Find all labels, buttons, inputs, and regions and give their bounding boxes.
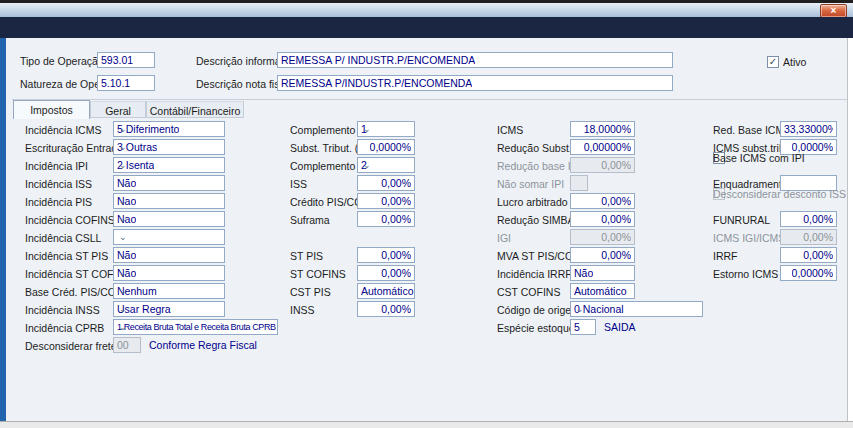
inss-input[interactable]: 0,00% <box>357 301 415 317</box>
icms-label: ICMS <box>497 123 523 137</box>
red-base-icms-input[interactable]: 33,33000% <box>780 121 837 137</box>
irrf-input[interactable]: 0,00% <box>780 247 837 263</box>
lucro-arbitrado-input[interactable]: 0,00% <box>570 193 635 209</box>
incidencia-st-pis-select[interactable]: Não⌄ <box>113 247 225 263</box>
chevron-down-icon: ⌄ <box>119 269 127 278</box>
natureza-operacao-input[interactable]: 5.10.1 <box>97 75 155 91</box>
funrural-label: FUNRURAL <box>713 213 770 227</box>
incidencia-icms-label: Incidência ICMS <box>25 123 101 137</box>
tab-impostos[interactable]: Impostos <box>13 100 90 119</box>
chevron-down-icon: ⌄ <box>363 161 371 170</box>
st-cofins-label: ST COFINS <box>290 267 346 281</box>
incidencia-st-cofins-select[interactable]: Não⌄ <box>113 265 225 281</box>
tab-geral[interactable]: Geral <box>90 101 146 118</box>
chevron-down-icon: ⌄ <box>119 179 127 188</box>
field-value: 0,00% <box>601 195 631 207</box>
left-accent-strip <box>0 38 6 421</box>
descricao-informativa-input[interactable]: REMESSA P/ INDUSTR.P/ENCOMENDA <box>277 52 673 68</box>
incidencia-inss-label: Incidência INSS <box>25 303 100 317</box>
chevron-down-icon: ⌄ <box>576 287 584 296</box>
codigo-de-origem-select[interactable]: 0 Nacional⌄ <box>570 301 703 317</box>
desconsiderar-frete-suffix-text: Conforme Regra Fiscal <box>149 339 257 351</box>
nao-somar-ipi-label: Não somar IPI <box>497 177 564 191</box>
desconsiderar-frete-label: Desconsiderar frete <box>25 339 117 353</box>
chevron-down-icon: ⌄ <box>576 269 584 278</box>
suframa-input[interactable]: 0,00% <box>357 211 415 227</box>
irrf-label: IRRF <box>713 249 738 263</box>
desconsiderar-desconto-iss-label: Desconsiderar desconto ISS <box>713 187 846 201</box>
field-value: 0,00% <box>601 231 631 243</box>
incidencia-irrf-select[interactable]: Não⌄ <box>570 265 635 281</box>
incidencia-cofins-select[interactable]: Nao⌄ <box>113 211 225 227</box>
incidencia-pis-select[interactable]: Nao⌄ <box>113 193 225 209</box>
chevron-down-icon: ⌄ <box>119 233 127 242</box>
igi-label: IGI <box>497 231 511 245</box>
credito-pis-cofins-input[interactable]: 0,00% <box>357 193 415 209</box>
cst-pis-select[interactable]: Automático⌄ <box>357 283 415 299</box>
cst-cofins-select[interactable]: Automático⌄ <box>570 283 635 299</box>
especie-estoque-input[interactable]: 5 <box>570 319 596 335</box>
suframa-label: Suframa <box>290 213 330 227</box>
inss-label: INSS <box>290 303 315 317</box>
subst-tribut-mva-input[interactable]: 0,0000% <box>357 139 415 155</box>
tipo-operacao-label: Tipo de Operação <box>20 54 104 68</box>
st-pis-label: ST PIS <box>290 249 323 263</box>
field-value: 0,00% <box>601 249 631 261</box>
incidencia-cprb-select[interactable]: 1 Receita Bruta Total e Receita Bruta CP… <box>113 319 278 335</box>
field-value: 18,0000% <box>584 123 631 135</box>
desconsiderar-frete-input: 00 <box>113 337 141 353</box>
field-value: 00 <box>117 339 129 351</box>
base-cred-pis-cofins-select[interactable]: Nenhum⌄ <box>113 283 225 299</box>
descricao-nota-fiscal-input[interactable]: REMESSA P/INDUSTR.P/ENCOMENDA <box>277 75 673 91</box>
field-value: 0,00% <box>803 231 833 243</box>
base-icms-com-ipi-label: Base ICMS com IPI <box>713 151 805 165</box>
tab-divider <box>12 99 847 100</box>
incidencia-csll-label: Incidência CSLL <box>25 231 101 245</box>
field-value: 0,00% <box>803 213 833 225</box>
chevron-down-icon: ⌄ <box>119 161 127 170</box>
nao-somar-ipi-box <box>570 175 588 191</box>
st-cofins-input[interactable]: 0,00% <box>357 265 415 281</box>
complemento-label: Complemento <box>290 159 355 173</box>
chevron-down-icon: ⌄ <box>119 323 126 332</box>
incidencia-icms-select[interactable]: 5 Diferimento⌄ <box>113 121 225 137</box>
tab-contabil-financeiro[interactable]: Contábil/Financeiro <box>146 101 244 118</box>
incidencia-ipi-label: Incidência IPI <box>25 159 88 173</box>
incidencia-st-pis-label: Incidência ST PIS <box>25 249 108 263</box>
chevron-down-icon: ⌄ <box>119 287 127 296</box>
field-value: 0,00% <box>381 267 411 279</box>
complemento-select[interactable]: 1⌄ <box>357 121 415 137</box>
iss-input[interactable]: 0,00% <box>357 175 415 191</box>
bottom-status-strip <box>0 421 853 428</box>
igi-input: 0,00% <box>570 229 635 245</box>
chevron-down-icon: ⌄ <box>119 305 127 314</box>
field-value: 0,00% <box>381 303 411 315</box>
incidencia-pis-label: Incidência PIS <box>25 195 92 209</box>
complemento-select[interactable]: 2⌄ <box>357 157 415 173</box>
reducao-subst-trib-input[interactable]: 0,00000% <box>570 139 635 155</box>
ativo-checkbox[interactable]: ✓ <box>767 56 779 68</box>
titlebar: × <box>0 3 853 18</box>
header-bar <box>0 17 853 38</box>
estorno-icms-st-input[interactable]: 0,0000% <box>780 265 837 281</box>
st-pis-input[interactable]: 0,00% <box>357 247 415 263</box>
reducao-simbahia-input[interactable]: 0,00% <box>570 211 635 227</box>
incidencia-csll-select[interactable]: ⌄ <box>113 229 225 245</box>
field-value: 0,00% <box>601 159 631 171</box>
close-button[interactable]: × <box>820 4 847 18</box>
incidencia-irrf-label: Incidência IRRF <box>497 267 572 281</box>
ativo-checkbox-row: ✓ Ativo <box>767 55 806 69</box>
tipo-operacao-input[interactable]: 593.01 <box>97 52 155 68</box>
funrural-input[interactable]: 0,00% <box>780 211 837 227</box>
reducao-base-ipi-input: 0,00% <box>570 157 635 173</box>
mva-st-pis-cofins-input[interactable]: 0,00% <box>570 247 635 263</box>
icms-input[interactable]: 18,0000% <box>570 121 635 137</box>
escrituracao-entrada-select[interactable]: 3 Outras⌄ <box>113 139 225 155</box>
field-value: 0,00% <box>803 249 833 261</box>
incidencia-iss-select[interactable]: Não⌄ <box>113 175 225 191</box>
lucro-arbitrado-label: Lucro arbitrado <box>497 195 568 209</box>
incidencia-ipi-select[interactable]: 2 Isenta⌄ <box>113 157 225 173</box>
especie-estoque-label: Espécie estoque <box>497 321 575 335</box>
icms-igi-icms-imp-pr-input: 0,00% <box>780 229 837 245</box>
incidencia-inss-select[interactable]: Usar Regra⌄ <box>113 301 225 317</box>
